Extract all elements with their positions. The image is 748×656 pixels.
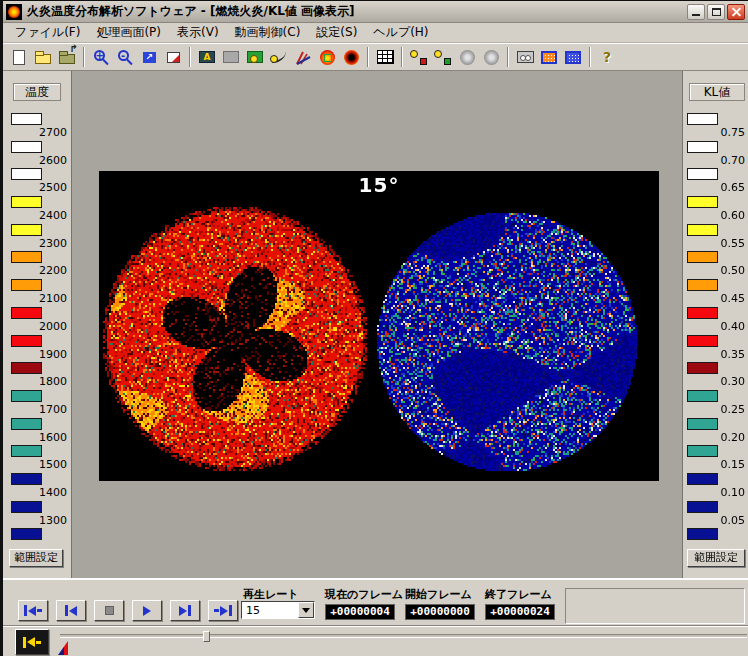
- flame-temperature-button[interactable]: [316, 46, 338, 69]
- next-frame-button[interactable]: [170, 600, 200, 621]
- scale-value-label: 0.20: [721, 431, 746, 444]
- flame-image-viewer: 15°: [99, 171, 659, 481]
- capture-color-button[interactable]: [244, 46, 266, 69]
- color-swatch: [11, 307, 42, 319]
- kl-scale-row: 0.15: [687, 445, 745, 473]
- scale-value-label: 2600: [39, 154, 67, 167]
- color-swatch: [11, 251, 42, 263]
- end-frame-counter: 終了フレーム +00000024: [485, 587, 563, 620]
- menu-item[interactable]: 動画制御(C): [227, 22, 309, 43]
- app-flame-icon: [6, 4, 22, 20]
- playback-rate-value: 15: [242, 602, 298, 618]
- temperature-scale-row: 1500: [11, 445, 67, 473]
- minimize-button[interactable]: [687, 4, 705, 20]
- frame-slider-track[interactable]: [60, 634, 747, 638]
- color-swatch: [687, 418, 718, 430]
- fit-window-button[interactable]: ↗: [138, 46, 160, 69]
- temperature-scale-row: 2500: [11, 168, 67, 196]
- maximize-button[interactable]: [707, 4, 725, 20]
- open-file-button[interactable]: [32, 46, 54, 69]
- scale-value-label: 0.70: [721, 154, 746, 167]
- capture-a-icon: A: [199, 51, 215, 63]
- last-frame-button[interactable]: [208, 600, 238, 621]
- color-swatch: [11, 335, 42, 347]
- menu-bar: ファイル(F)処理画面(P)表示(V)動画制御(C)設定(S)ヘルプ(H): [3, 23, 748, 43]
- video-cassette-icon: [517, 51, 534, 63]
- color-swatch: [687, 501, 718, 513]
- last-frame-icon: [214, 609, 219, 612]
- first-frame-button[interactable]: [18, 600, 48, 621]
- playback-rate-label: 再生レート: [243, 587, 299, 602]
- color-swatch: [687, 390, 718, 402]
- scale-value-label: 2400: [39, 209, 67, 222]
- kl-scale-row: 0.25: [687, 390, 745, 418]
- kl-scale-row: 0.20: [687, 418, 745, 446]
- kl-range-button[interactable]: 範囲設定: [687, 549, 745, 567]
- scale-value-label: 0.30: [721, 375, 746, 388]
- point-curve-button[interactable]: [268, 46, 290, 69]
- capture-disabled-button: [220, 46, 242, 69]
- close-button[interactable]: [727, 4, 745, 20]
- temperature-panel-title: 温度: [13, 83, 61, 101]
- edit-window-icon: [167, 52, 180, 63]
- current-frame-label: 現在のフレーム: [325, 587, 403, 602]
- flame-image-canvas: [99, 171, 659, 481]
- kl-graph-button[interactable]: [292, 46, 314, 69]
- kl-scale-row: 0.60: [687, 196, 745, 224]
- scale-value-label: 1800: [39, 375, 67, 388]
- temperature-scale-row: 2000: [11, 307, 67, 335]
- previous-frame-button[interactable]: [56, 600, 86, 621]
- kl-scale-row: 0.55: [687, 224, 745, 252]
- kl-scale-row: 0.35: [687, 335, 745, 363]
- save-file-button[interactable]: ↱: [56, 46, 78, 69]
- play-button[interactable]: [132, 600, 162, 621]
- playback-rate-select[interactable]: 15: [241, 601, 315, 619]
- menu-item[interactable]: 表示(V): [169, 22, 227, 43]
- scale-value-label: 0.15: [721, 458, 746, 471]
- toolbar-separator: [401, 47, 403, 67]
- temperature-scale-row: 2400: [11, 196, 67, 224]
- menu-item[interactable]: ファイル(F): [7, 22, 88, 43]
- scale-value-label: 0.45: [721, 292, 746, 305]
- scale-value-label: 2100: [39, 292, 67, 305]
- next-frame-icon: [179, 606, 187, 616]
- jump-to-start-icon: [23, 637, 26, 648]
- end-frame-label: 終了フレーム: [485, 587, 563, 602]
- temperature-scale-row: 1400: [11, 473, 67, 501]
- stop-button[interactable]: [94, 600, 124, 621]
- scale-value-label: 0.75: [721, 126, 746, 139]
- kl-scale-row: 0.45: [687, 279, 745, 307]
- scale-value-label: 2000: [39, 320, 67, 333]
- kl-scale-row: 0.75: [687, 113, 745, 141]
- new-file-button[interactable]: [8, 46, 30, 69]
- jump-to-start-button[interactable]: [15, 629, 49, 655]
- grid-display-button[interactable]: [374, 46, 396, 69]
- dropdown-button[interactable]: [298, 602, 314, 618]
- color-swatch: [687, 473, 718, 485]
- frame-grid-orange-button[interactable]: [538, 46, 560, 69]
- save-folder-icon: [59, 54, 75, 64]
- color-swatch: [11, 168, 42, 180]
- zoom-in-button[interactable]: +: [90, 46, 112, 69]
- zoom-out-button[interactable]: -: [114, 46, 136, 69]
- flame-kl-button[interactable]: [340, 46, 362, 69]
- color-swatch: [11, 418, 42, 430]
- menu-item[interactable]: ヘルプ(H): [365, 22, 436, 43]
- point-green-button[interactable]: [432, 46, 454, 69]
- edit-window-button[interactable]: [162, 46, 184, 69]
- scale-value-label: 1400: [39, 486, 67, 499]
- help-button[interactable]: ?: [596, 46, 618, 69]
- kl-panel-title: KL値: [689, 83, 745, 101]
- frame-grid-blue-button[interactable]: [562, 46, 584, 69]
- point-red-button[interactable]: [408, 46, 430, 69]
- scale-value-label: 0.60: [721, 209, 746, 222]
- menu-item[interactable]: 処理画面(P): [88, 22, 169, 43]
- menu-item[interactable]: 設定(S): [308, 22, 365, 43]
- temperature-range-button[interactable]: 範囲設定: [9, 549, 63, 567]
- frame-slider-thumb[interactable]: [203, 631, 210, 642]
- color-swatch: [11, 390, 42, 402]
- color-swatch: [11, 473, 42, 485]
- capture-label-button[interactable]: A: [196, 46, 218, 69]
- video-cassette-button[interactable]: [514, 46, 536, 69]
- chevron-down-icon: [302, 608, 310, 613]
